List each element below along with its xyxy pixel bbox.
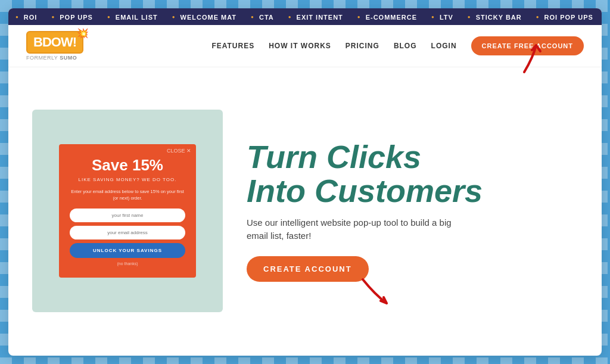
sumo-logo: SUMO — [60, 55, 77, 61]
nav-links: FEATURES HOW IT WORKS PRICING BLOG LOGIN… — [211, 36, 584, 55]
popup-card: CLOSE ✕ Save 15% LIKE SAVING MONEY? WE D… — [59, 144, 196, 278]
popup-body-text: Enter your email address below to save 1… — [70, 188, 185, 202]
hero-text: Turn Clicks Into Customers Use our intel… — [247, 140, 578, 281]
popup-headline: Save 15% — [70, 156, 185, 175]
nav-pricing[interactable]: PRICING — [346, 42, 379, 50]
navbar: BDOW! FORMERLY SUMO FEATURES HOW IT WORK… — [8, 25, 602, 67]
nav-features[interactable]: FEATURES — [211, 42, 254, 50]
popup-preview-container: CLOSE ✕ Save 15% LIKE SAVING MONEY? WE D… — [32, 110, 223, 312]
ticker-item: ●EMAIL LIST — [100, 14, 165, 21]
ticker-dot: ● — [172, 14, 176, 20]
nav-how-it-works[interactable]: HOW IT WORKS — [269, 42, 331, 50]
nav-login[interactable]: LOGIN — [431, 42, 457, 50]
ticker-item: ●STICKY BAR — [460, 14, 529, 21]
ticker-dot: ● — [107, 14, 111, 20]
ticker-item: ●ROI — [8, 14, 44, 21]
ticker-bar: ●ROI ●POP UPS ●EMAIL LIST ●WELCOME MAT ●… — [8, 8, 602, 25]
ticker-item: ●E-COMMERCE — [350, 14, 424, 21]
hero-subtext: Use our intelligent website pop-up tool … — [247, 216, 473, 243]
ticker-dot: ● — [51, 14, 55, 20]
ticker-dot: ● — [15, 14, 19, 20]
ticker-item: ●POP UPS — [44, 14, 100, 21]
hero-headline: Turn Clicks Into Customers — [247, 140, 578, 207]
create-account-button[interactable]: CREATE ACCOUNT — [247, 256, 369, 282]
logo-area: BDOW! FORMERLY SUMO — [26, 31, 83, 61]
popup-first-name-input[interactable] — [70, 209, 185, 222]
ticker-item: ●EMAIL LIST — [600, 14, 602, 21]
main-card: ●ROI ●POP UPS ●EMAIL LIST ●WELCOME MAT ●… — [8, 8, 602, 356]
popup-close-button[interactable]: CLOSE ✕ — [167, 148, 191, 154]
ticker-dot: ● — [431, 14, 435, 20]
ticker-dot: ● — [468, 14, 471, 20]
ticker-dot: ● — [536, 14, 540, 20]
create-free-account-button[interactable]: CREATE FREE ACCOUNT — [471, 36, 584, 55]
logo: BDOW! — [26, 31, 83, 54]
ticker-content: ●ROI ●POP UPS ●EMAIL LIST ●WELCOME MAT ●… — [8, 14, 602, 21]
popup-submit-button[interactable]: UNLOCK YOUR SAVINGS — [70, 243, 185, 258]
logo-formerly: FORMERLY SUMO — [26, 55, 77, 61]
ticker-item: ●EXIT INTENT — [281, 14, 350, 21]
ticker-item: ●CTA — [244, 14, 281, 21]
ticker-dot: ● — [357, 14, 361, 20]
popup-subheadline: LIKE SAVING MONEY? WE DO TOO. — [70, 177, 185, 182]
nav-blog[interactable]: BLOG — [394, 42, 417, 50]
hero-section: CLOSE ✕ Save 15% LIKE SAVING MONEY? WE D… — [8, 67, 602, 355]
ticker-item: ●LTV — [424, 14, 460, 21]
popup-no-thanks[interactable]: (no thanks) — [70, 262, 185, 266]
ticker-dot: ● — [288, 14, 292, 20]
ticker-dot: ● — [251, 14, 254, 20]
ticker-item: ●WELCOME MAT — [165, 14, 244, 21]
popup-email-input[interactable] — [70, 226, 185, 239]
ticker-item: ●ROI POP UPS — [529, 14, 600, 21]
